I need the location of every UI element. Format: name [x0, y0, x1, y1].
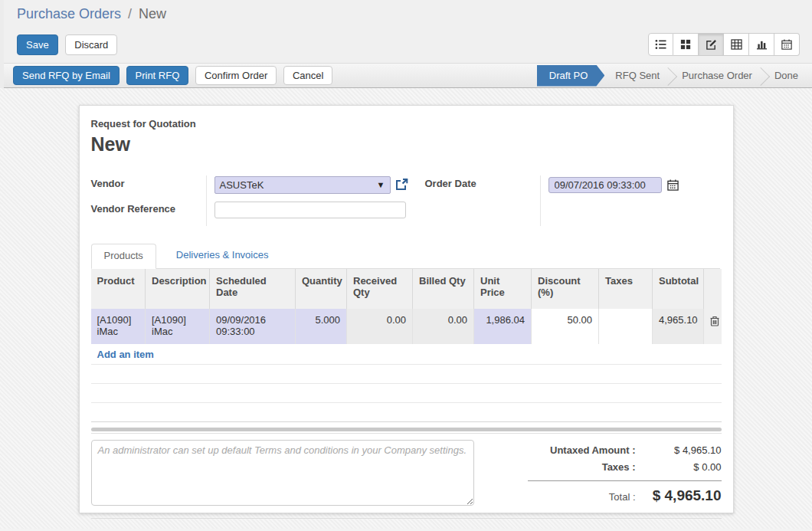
external-link-icon[interactable]: [395, 179, 408, 191]
stage-purchase-order[interactable]: Purchase Order: [671, 65, 763, 87]
cell-quantity[interactable]: 5.000: [296, 309, 347, 344]
table-header-row: Product Description Scheduled Date Quant…: [91, 269, 722, 309]
horizontal-scrollbar-track: [91, 433, 722, 434]
statusbar-actions: Send RFQ by Email Print RFQ Confirm Orde…: [13, 66, 336, 85]
cell-received-qty: 0.00: [347, 309, 413, 344]
col-header-quantity: Quantity: [296, 269, 347, 309]
graph-view-icon[interactable]: [749, 33, 774, 56]
vendor-select[interactable]: ASUSTeK ▼: [214, 176, 391, 194]
toolbar-actions: Save Discard: [17, 34, 122, 55]
tab-deliveries-invoices[interactable]: Deliveries & Invoices: [164, 244, 281, 268]
order-date-input[interactable]: [548, 177, 662, 193]
stage-draft-po[interactable]: Draft PO: [537, 65, 605, 87]
col-header-description: Description: [146, 269, 210, 309]
cell-unit-price[interactable]: 1,986.04: [474, 309, 532, 344]
calendar-view-icon[interactable]: [774, 33, 800, 56]
status-bar: Send RFQ by Email Print RFQ Confirm Orde…: [4, 63, 812, 88]
stage-pipeline: Draft PO RFQ Sent Purchase Order Done: [537, 65, 809, 87]
cell-discount[interactable]: 50.00: [532, 309, 599, 344]
empty-line: [91, 403, 722, 422]
vendor-label: Vendor: [91, 175, 206, 194]
col-header-actions: [704, 269, 722, 309]
breadcrumb: Purchase Orders / New: [17, 6, 812, 22]
breadcrumb-current: New: [139, 6, 166, 21]
form-view-icon[interactable]: [699, 33, 724, 56]
cell-taxes[interactable]: [599, 309, 653, 344]
calendar-icon[interactable]: [667, 179, 679, 191]
col-header-billed-qty: Billed Qty: [413, 269, 474, 309]
cell-description[interactable]: [A1090] iMac: [146, 309, 210, 344]
chevron-down-icon: ▼: [377, 180, 385, 189]
total-label: Total :: [609, 491, 636, 503]
toolbar: Save Discard: [4, 25, 812, 63]
vendor-selected-value: ASUSTeK: [220, 179, 377, 191]
send-rfq-by-email-button[interactable]: Send RFQ by Email: [13, 66, 120, 85]
tab-products[interactable]: Products: [91, 244, 156, 269]
print-rfq-button[interactable]: Print RFQ: [126, 66, 189, 85]
page-title: New: [91, 133, 720, 156]
discard-button[interactable]: Discard: [65, 34, 117, 55]
cell-billed-qty: 0.00: [413, 309, 474, 344]
right-field-group: Order Date: [425, 175, 679, 226]
sheet-bottom: Untaxed Amount : $ 4,965.10 Taxes : $ 0.…: [91, 440, 722, 510]
left-values: ASUSTeK ▼: [206, 175, 408, 226]
vendor-reference-input[interactable]: [214, 202, 406, 218]
untaxed-amount-value: $ 4,965.10: [636, 444, 722, 456]
kanban-view-icon[interactable]: [673, 33, 699, 56]
save-button[interactable]: Save: [17, 34, 58, 55]
right-values: [540, 175, 679, 226]
left-field-group: Vendor Vendor Reference ASUSTeK ▼: [91, 175, 408, 226]
terms-and-conditions-textarea[interactable]: [91, 440, 474, 506]
sheet-subtitle: Request for Quotation: [91, 118, 720, 129]
left-labels: Vendor Vendor Reference: [91, 175, 206, 226]
view-switcher: [648, 33, 800, 56]
empty-line: [91, 384, 722, 403]
col-header-taxes: Taxes: [599, 269, 653, 309]
col-header-unit-price: Unit Price: [474, 269, 532, 309]
col-header-discount: Discount (%): [532, 269, 599, 309]
delete-row-button[interactable]: [704, 309, 722, 344]
sheet-footer-divider: [91, 518, 722, 519]
pivot-view-icon[interactable]: [724, 33, 749, 56]
top-chrome: Purchase Orders / New Save Discard: [0, 0, 812, 88]
col-header-subtotal: Subtotal: [653, 269, 704, 309]
cancel-button[interactable]: Cancel: [283, 66, 332, 85]
cell-subtotal: 4,965.10: [653, 309, 704, 344]
untaxed-amount-label: Untaxed Amount :: [550, 444, 635, 456]
col-header-received-qty: Received Qty: [347, 269, 413, 309]
horizontal-scrollbar[interactable]: [91, 428, 722, 431]
taxes-total-value: $ 0.00: [636, 461, 722, 473]
notebook-tabs: Products Deliveries & Invoices: [91, 244, 720, 269]
confirm-order-button[interactable]: Confirm Order: [195, 66, 277, 85]
cell-product[interactable]: [A1090] iMac: [91, 309, 146, 344]
add-an-item-link[interactable]: Add an item: [97, 349, 154, 360]
form-background: Request for Quotation New Vendor Vendor …: [0, 88, 812, 529]
empty-line: [91, 365, 722, 384]
totals-block: Untaxed Amount : $ 4,965.10 Taxes : $ 0.…: [474, 440, 722, 510]
breadcrumb-parent-link[interactable]: Purchase Orders: [17, 6, 121, 21]
cell-scheduled-date[interactable]: 09/09/2016 09:33:00: [210, 309, 296, 344]
list-view-icon[interactable]: [648, 33, 673, 56]
breadcrumb-bar: Purchase Orders / New: [4, 0, 812, 25]
table-row[interactable]: [A1090] iMac [A1090] iMac 09/09/2016 09:…: [91, 309, 722, 344]
trash-icon: [710, 316, 719, 326]
col-header-scheduled-date: Scheduled Date: [210, 269, 296, 309]
order-date-label: Order Date: [425, 175, 540, 194]
form-sheet: Request for Quotation New Vendor Vendor …: [79, 105, 734, 513]
stage-done[interactable]: Done: [764, 65, 809, 87]
order-lines-table: Product Description Scheduled Date Quant…: [91, 269, 722, 344]
vendor-reference-label: Vendor Reference: [91, 201, 206, 219]
totals-divider: [528, 480, 722, 481]
field-groups: Vendor Vendor Reference ASUSTeK ▼: [91, 175, 720, 226]
right-labels: Order Date: [425, 175, 540, 226]
add-item-row: Add an item: [91, 344, 722, 365]
col-header-product: Product: [91, 269, 146, 309]
taxes-total-label: Taxes :: [602, 461, 636, 473]
breadcrumb-separator: /: [128, 6, 132, 21]
total-value: $ 4,965.10: [636, 487, 722, 504]
